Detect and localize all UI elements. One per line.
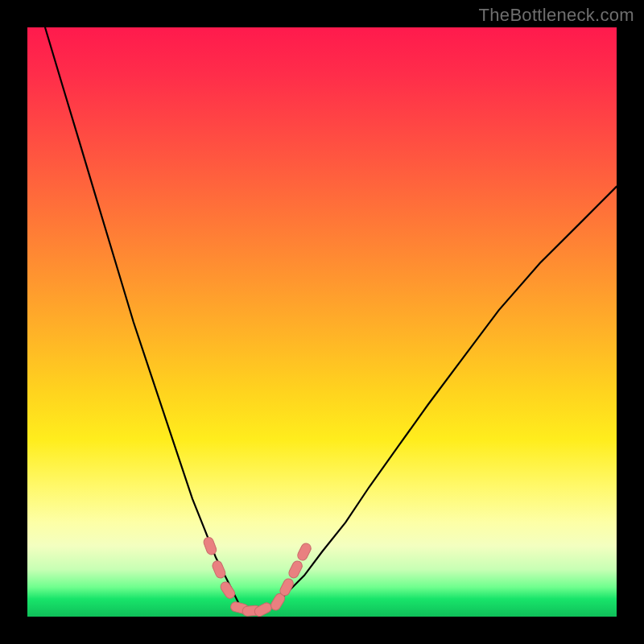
chart-frame: TheBottleneck.com [0, 0, 644, 644]
valley-markers [202, 536, 312, 618]
watermark-text: TheBottleneck.com [479, 5, 634, 26]
chart-svg [27, 27, 617, 617]
valley-marker [287, 559, 304, 580]
valley-marker [202, 536, 217, 556]
bottleneck-curve [45, 27, 617, 611]
valley-marker [219, 580, 237, 601]
chart-plot-area [27, 27, 617, 617]
valley-marker [296, 542, 313, 562]
valley-marker [211, 559, 227, 580]
